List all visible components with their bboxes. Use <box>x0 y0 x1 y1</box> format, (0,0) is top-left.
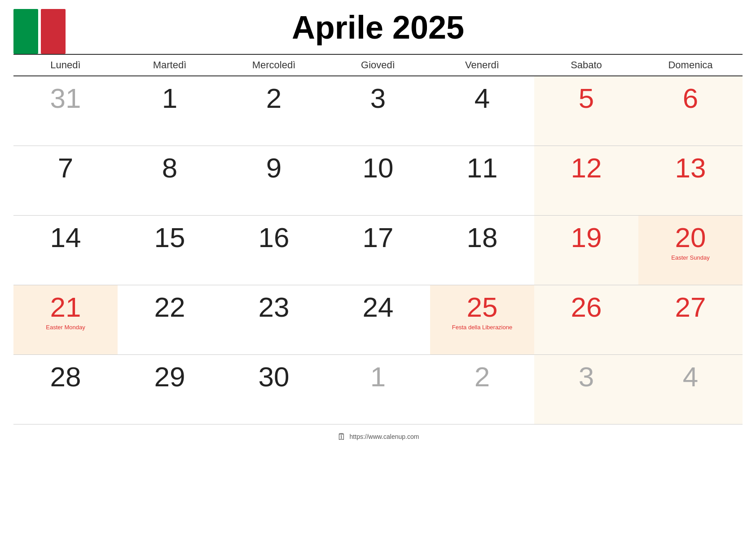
day-number: 27 <box>645 293 736 321</box>
day-number: 11 <box>436 154 528 182</box>
calendar-day-cell: 26 <box>534 285 638 354</box>
calendar-day-cell: 5 <box>534 76 638 146</box>
calendar-day-cell: 18 <box>430 215 534 285</box>
calendar-week-row: 21Easter Monday22232425Festa della Liber… <box>13 285 743 354</box>
day-number: 7 <box>20 154 111 182</box>
calendar-day-cell: 25Festa della Liberazione <box>430 285 534 354</box>
footer: 🗓 https://www.calenup.com <box>337 432 419 442</box>
calendar-day-cell: 24 <box>326 285 430 354</box>
calendar-day-cell: 2 <box>430 354 534 424</box>
day-number: 29 <box>124 363 215 391</box>
day-number: 3 <box>332 84 424 112</box>
calendar-day-cell: 1 <box>118 76 222 146</box>
weekday-header-martedì: Martedì <box>118 54 222 76</box>
weekday-header-mercoledì: Mercoledì <box>222 54 326 76</box>
calendar-day-cell: 19 <box>534 215 638 285</box>
calendar-day-cell: 6 <box>638 76 743 146</box>
day-number: 31 <box>20 84 111 112</box>
calendar-day-cell: 7 <box>13 146 118 215</box>
calendar-week-row: 2829301234 <box>13 354 743 424</box>
day-number: 2 <box>228 84 320 112</box>
calendar-day-cell: 4 <box>430 76 534 146</box>
calendar-day-cell: 3 <box>326 76 430 146</box>
calendar-day-cell: 12 <box>534 146 638 215</box>
day-number: 15 <box>124 224 215 252</box>
weekday-header-domenica: Domenica <box>638 54 743 76</box>
day-number: 2 <box>436 363 528 391</box>
calendar-header-row: LunedìMartedìMercoledìGiovedìVenerdìSaba… <box>13 54 743 76</box>
day-number: 25 <box>436 293 528 321</box>
calendar-day-cell: 23 <box>222 285 326 354</box>
footer-icon: 🗓 <box>337 432 346 442</box>
day-number: 16 <box>228 224 320 252</box>
holiday-label: Easter Monday <box>20 324 111 331</box>
footer-url: https://www.calenup.com <box>350 433 419 440</box>
day-number: 13 <box>645 154 736 182</box>
calendar-day-cell: 2 <box>222 76 326 146</box>
day-number: 20 <box>645 224 736 252</box>
day-number: 23 <box>228 293 320 321</box>
calendar-day-cell: 27 <box>638 285 743 354</box>
calendar-day-cell: 15 <box>118 215 222 285</box>
day-number: 14 <box>20 224 111 252</box>
day-number: 9 <box>228 154 320 182</box>
day-number: 24 <box>332 293 424 321</box>
day-number: 5 <box>541 84 632 112</box>
day-number: 3 <box>541 363 632 391</box>
calendar-day-cell: 11 <box>430 146 534 215</box>
holiday-label: Easter Sunday <box>645 254 736 261</box>
calendar-day-cell: 17 <box>326 215 430 285</box>
calendar-day-cell: 8 <box>118 146 222 215</box>
day-number: 30 <box>228 363 320 391</box>
day-number: 1 <box>332 363 424 391</box>
calendar-week-row: 78910111213 <box>13 146 743 215</box>
calendar-day-cell: 16 <box>222 215 326 285</box>
day-number: 4 <box>436 84 528 112</box>
calendar-day-cell: 30 <box>222 354 326 424</box>
calendar-day-cell: 31 <box>13 76 118 146</box>
day-number: 26 <box>541 293 632 321</box>
calendar-header: Aprile 2025 <box>13 9 743 46</box>
calendar-day-cell: 1 <box>326 354 430 424</box>
day-number: 18 <box>436 224 528 252</box>
day-number: 17 <box>332 224 424 252</box>
day-number: 6 <box>645 84 736 112</box>
day-number: 19 <box>541 224 632 252</box>
calendar-day-cell: 28 <box>13 354 118 424</box>
calendar-day-cell: 14 <box>13 215 118 285</box>
weekday-header-sabato: Sabato <box>534 54 638 76</box>
holiday-label: Festa della Liberazione <box>436 324 528 331</box>
day-number: 28 <box>20 363 111 391</box>
day-number: 10 <box>332 154 424 182</box>
page-title: Aprile 2025 <box>292 9 464 46</box>
calendar-day-cell: 3 <box>534 354 638 424</box>
calendar-day-cell: 20Easter Sunday <box>638 215 743 285</box>
calendar-day-cell: 10 <box>326 146 430 215</box>
day-number: 21 <box>20 293 111 321</box>
day-number: 12 <box>541 154 632 182</box>
flag-red-stripe <box>41 9 66 54</box>
calendar-day-cell: 29 <box>118 354 222 424</box>
calendar-table: LunedìMartedìMercoledìGiovedìVenerdìSaba… <box>13 54 743 424</box>
weekday-header-giovedì: Giovedì <box>326 54 430 76</box>
day-number: 8 <box>124 154 215 182</box>
italian-flag <box>13 9 66 54</box>
day-number: 4 <box>645 363 736 391</box>
calendar-week-row: 31123456 <box>13 76 743 146</box>
calendar-week-row: 14151617181920Easter Sunday <box>13 215 743 285</box>
calendar-day-cell: 9 <box>222 146 326 215</box>
day-number: 22 <box>124 293 215 321</box>
calendar-day-cell: 4 <box>638 354 743 424</box>
calendar-day-cell: 13 <box>638 146 743 215</box>
calendar-day-cell: 22 <box>118 285 222 354</box>
weekday-header-venerdì: Venerdì <box>430 54 534 76</box>
day-number: 1 <box>124 84 215 112</box>
calendar-day-cell: 21Easter Monday <box>13 285 118 354</box>
weekday-header-lunedì: Lunedì <box>13 54 118 76</box>
flag-green-stripe <box>13 9 38 54</box>
